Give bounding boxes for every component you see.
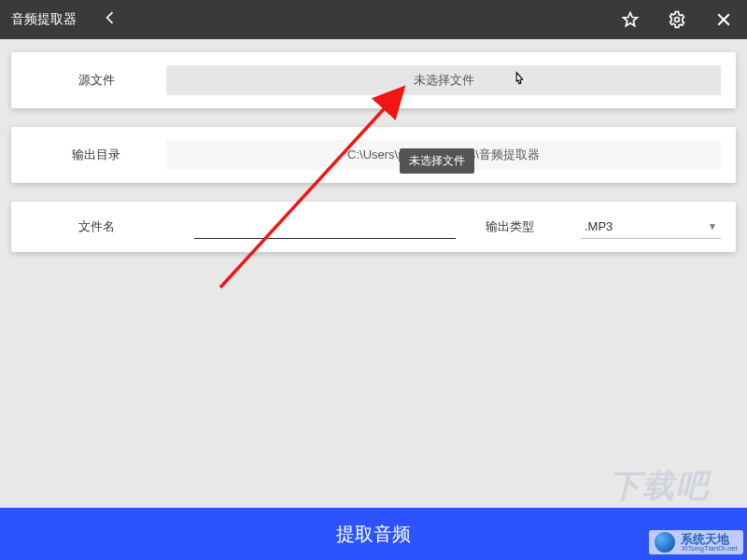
source-file-card: 源文件 未选择文件 xyxy=(11,52,736,108)
filename-label: 文件名 xyxy=(26,218,166,235)
app-title: 音频提取器 xyxy=(11,11,77,28)
content-area: 源文件 未选择文件 未选择文件 输出目录 C:\Users\pc\Documen… xyxy=(0,39,747,252)
chevron-left-icon xyxy=(101,8,120,27)
output-type-label: 输出类型 xyxy=(486,218,534,235)
watermark-ghost: 下载吧 xyxy=(609,465,710,508)
watermark-en: XiTongTianDi.net xyxy=(681,545,738,553)
close-button[interactable] xyxy=(712,7,736,32)
svg-marker-0 xyxy=(624,13,638,26)
settings-button[interactable] xyxy=(665,7,689,32)
close-icon xyxy=(714,10,733,29)
watermark-text: 系统天地 XiTongTianDi.net xyxy=(681,533,738,553)
extract-audio-button[interactable]: 提取音频 xyxy=(0,508,747,560)
svg-point-1 xyxy=(675,18,680,22)
filename-input[interactable] xyxy=(194,215,456,239)
star-icon xyxy=(621,10,640,29)
chevron-down-icon: ▼ xyxy=(708,221,717,231)
gear-icon xyxy=(668,10,686,29)
globe-icon xyxy=(655,532,675,553)
output-dir-card: 输出目录 C:\Users\pc\Documents\音频提取器 xyxy=(11,127,736,183)
favorite-button[interactable] xyxy=(618,7,642,32)
source-file-tooltip: 未选择文件 xyxy=(400,148,474,174)
output-type-select[interactable]: .MP3 ▼ xyxy=(581,215,721,239)
title-bar: 音频提取器 xyxy=(0,0,747,39)
extract-button-label: 提取音频 xyxy=(336,522,411,547)
back-button[interactable] xyxy=(99,8,121,31)
file-options-card: 文件名 输出类型 .MP3 ▼ xyxy=(11,202,736,252)
watermark: 系统天地 XiTongTianDi.net xyxy=(649,530,743,554)
pointer-cursor-icon xyxy=(509,71,529,95)
output-dir-label: 输出目录 xyxy=(26,147,166,163)
watermark-cn: 系统天地 xyxy=(681,533,738,545)
source-file-label: 源文件 xyxy=(26,72,166,89)
output-type-value: .MP3 xyxy=(585,219,613,233)
source-file-picker[interactable]: 未选择文件 xyxy=(166,65,721,95)
source-file-text: 未选择文件 xyxy=(414,72,474,89)
